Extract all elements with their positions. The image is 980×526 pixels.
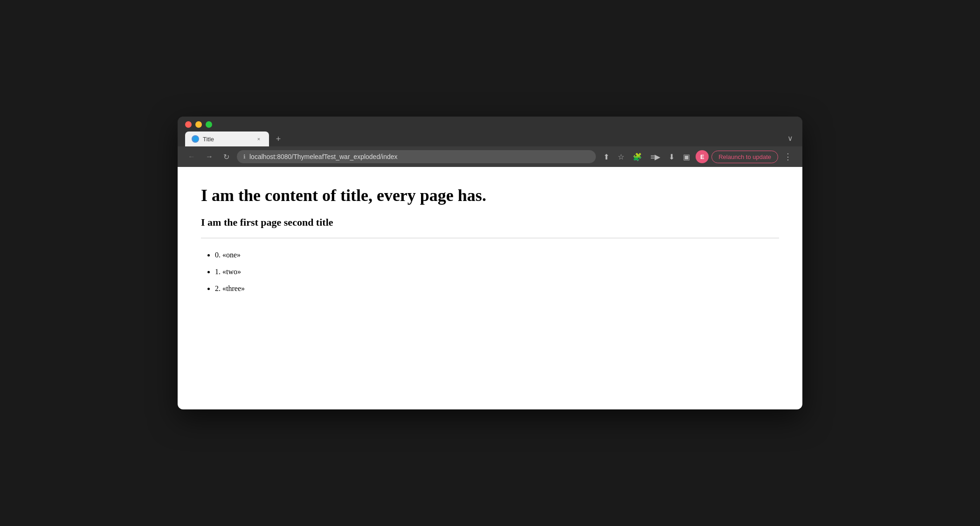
forward-button[interactable]: →: [203, 151, 216, 163]
tab-close-button[interactable]: ×: [255, 135, 262, 143]
navigation-bar: ← → ↻ ℹ localhost:8080/ThymeleafTest_war…: [178, 146, 802, 167]
list-item: 2. «three»: [215, 281, 779, 296]
page-divider: [201, 238, 779, 238]
minimize-window-button[interactable]: [195, 121, 202, 128]
more-options-button[interactable]: ⋮: [781, 151, 795, 163]
list-item: 0. «one»: [215, 248, 779, 263]
address-bar[interactable]: ℹ localhost:8080/ThymeleafTest_war_explo…: [237, 150, 596, 163]
nav-actions: ⬆ ☆ 🧩 ≡▶ ⬇ ▣ E Relaunch to update ⋮: [600, 150, 795, 163]
download-button[interactable]: ⬇: [666, 151, 677, 163]
page-heading-2: I am the first page second title: [201, 216, 779, 228]
traffic-lights: [185, 121, 212, 128]
media-button[interactable]: ≡▶: [648, 151, 663, 163]
maximize-window-button[interactable]: [206, 121, 212, 128]
extensions-button[interactable]: 🧩: [630, 151, 645, 163]
browser-tab[interactable]: 🌐 Title ×: [185, 132, 269, 146]
tab-title: Title: [203, 136, 251, 143]
url-display: localhost:8080/ThymeleafTest_war_explode…: [249, 153, 589, 160]
page-list: 0. «one» 1. «two» 2. «three»: [201, 248, 779, 296]
reload-button[interactable]: ↻: [221, 151, 232, 163]
window-controls-row: [185, 121, 795, 128]
back-button[interactable]: ←: [185, 151, 198, 163]
profile-button[interactable]: E: [696, 150, 709, 163]
tab-dropdown-button[interactable]: ∨: [786, 132, 795, 145]
title-bar: 🌐 Title × + ∨: [178, 117, 802, 146]
new-tab-button[interactable]: +: [272, 132, 285, 145]
bookmark-button[interactable]: ☆: [615, 151, 627, 163]
browser-window: 🌐 Title × + ∨ ← → ↻ ℹ localhost:8080/Thy…: [178, 117, 802, 409]
security-info-icon: ℹ: [243, 153, 246, 160]
sidebar-button[interactable]: ▣: [680, 151, 693, 163]
page-content: I am the content of title, every page ha…: [178, 167, 802, 409]
page-heading-1: I am the content of title, every page ha…: [201, 186, 779, 205]
tabs-row: 🌐 Title × + ∨: [185, 132, 795, 146]
share-button[interactable]: ⬆: [600, 151, 612, 163]
close-window-button[interactable]: [185, 121, 192, 128]
relaunch-button[interactable]: Relaunch to update: [711, 151, 778, 163]
list-item: 1. «two»: [215, 264, 779, 279]
tab-favicon-icon: 🌐: [192, 135, 199, 143]
